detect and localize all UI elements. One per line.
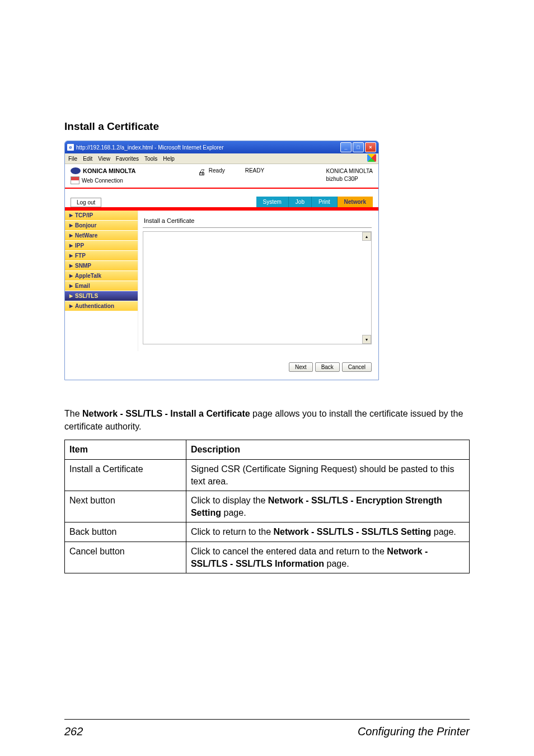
- minimize-button[interactable]: _: [340, 142, 352, 152]
- desc-text: page.: [431, 527, 456, 536]
- window-titlebar: e http://192.168.1.2/a_index.html - Micr…: [65, 141, 378, 153]
- logout-button[interactable]: Log out: [71, 198, 101, 207]
- sidebar-item-tcpip[interactable]: ▶TCP/IP: [65, 211, 138, 221]
- sidebar-item-appletalk[interactable]: ▶AppleTalk: [65, 271, 138, 281]
- device-brand: KONICA MINOLTA: [326, 167, 373, 175]
- menu-view[interactable]: View: [98, 156, 110, 162]
- sidebar-item-label: SNMP: [75, 263, 91, 269]
- chevron-right-icon: ▶: [69, 283, 73, 288]
- sidebar-item-label: AppleTalk: [75, 273, 101, 279]
- sidebar-item-ipp[interactable]: ▶IPP: [65, 241, 138, 251]
- description-table: Item Description Install a Certificate S…: [64, 440, 470, 573]
- status-label: Ready: [209, 167, 225, 174]
- brand-primary: KONICA MINOLTA: [71, 167, 136, 174]
- sidebar-item-label: IPP: [75, 242, 84, 249]
- sidebar-item-bonjour[interactable]: ▶Bonjour: [65, 221, 138, 231]
- sidebar-item-email[interactable]: ▶Email: [65, 281, 138, 291]
- paragraph-text: The: [64, 409, 82, 418]
- printer-icon: 🖨: [198, 167, 205, 176]
- section-title: Install a Certificate: [64, 120, 470, 133]
- table-cell-desc: Signed CSR (Certificate Signing Request)…: [186, 459, 469, 491]
- table-row: Install a Certificate Signed CSR (Certif…: [65, 459, 470, 491]
- chevron-right-icon: ▶: [69, 243, 73, 248]
- chevron-right-icon: ▶: [69, 273, 73, 278]
- scroll-down-button[interactable]: ▾: [362, 335, 371, 344]
- scroll-up-button[interactable]: ▴: [362, 232, 371, 241]
- ie-icon: e: [67, 144, 74, 151]
- sidebar-item-snmp[interactable]: ▶SNMP: [65, 261, 138, 271]
- brand-secondary-label: Web Connection: [82, 178, 123, 184]
- table-cell-item: Cancel button: [65, 542, 186, 573]
- sidebar-item-label: Email: [75, 283, 90, 289]
- status-value: READY: [245, 167, 264, 174]
- footer-title: Configuring the Printer: [358, 725, 470, 738]
- close-button[interactable]: ×: [365, 142, 376, 152]
- sidebar-item-label: FTP: [75, 253, 86, 259]
- sidebar-item-netware[interactable]: ▶NetWare: [65, 231, 138, 241]
- menu-edit[interactable]: Edit: [83, 156, 92, 162]
- sidebar-item-label: NetWare: [75, 232, 97, 239]
- table-header-item: Item: [65, 440, 186, 460]
- description-paragraph: The Network - SSL/TLS - Install a Certif…: [64, 407, 470, 433]
- sidebar-item-label: SSL/TLS: [75, 293, 98, 299]
- pagescope-icon: [71, 176, 79, 184]
- browser-menubar: File Edit View Favorites Tools Help: [65, 153, 378, 164]
- embedded-screenshot: e http://192.168.1.2/a_index.html - Micr…: [64, 141, 379, 380]
- table-cell-item: Install a Certificate: [65, 459, 186, 491]
- menu-tools[interactable]: Tools: [144, 156, 157, 162]
- desc-text: Click to cancel the entered data and ret…: [191, 547, 387, 556]
- desc-text: Click to return to the: [191, 527, 274, 536]
- device-model: bizhub C30P: [326, 175, 373, 183]
- table-row: Cancel button Click to cancel the entere…: [65, 542, 470, 573]
- table-header-row: Item Description: [65, 440, 470, 460]
- desc-text: page.: [324, 559, 349, 568]
- chevron-right-icon: ▶: [69, 263, 73, 268]
- desc-bold: Network - SSL/TLS - SSL/TLS Setting: [274, 527, 432, 536]
- menu-favorites[interactable]: Favorites: [116, 156, 139, 162]
- desc-text: page.: [221, 508, 246, 517]
- page-footer: 262 Configuring the Printer: [64, 719, 470, 738]
- certificate-textarea[interactable]: ▴ ▾: [143, 231, 372, 344]
- next-button[interactable]: Next: [289, 362, 313, 372]
- sidebar-item-authentication[interactable]: ▶Authentication: [65, 301, 138, 311]
- tab-network[interactable]: Network: [338, 197, 373, 207]
- menu-help[interactable]: Help: [163, 156, 175, 162]
- paragraph-bold: Network - SSL/TLS - Install a Certificat…: [82, 409, 250, 418]
- sidebar-item-label: Authentication: [75, 303, 114, 309]
- windows-flag-icon: [367, 154, 376, 162]
- brand-oval-icon: [71, 167, 81, 174]
- tab-print[interactable]: Print: [312, 197, 338, 207]
- chevron-right-icon: ▶: [69, 213, 73, 218]
- sidebar-item-ftp[interactable]: ▶FTP: [65, 251, 138, 261]
- menu-file[interactable]: File: [68, 156, 77, 162]
- table-row: Next button Click to display the Network…: [65, 491, 470, 522]
- page-number: 262: [64, 725, 83, 738]
- table-cell-desc: Click to return to the Network - SSL/TLS…: [186, 522, 469, 542]
- chevron-right-icon: ▶: [69, 233, 73, 238]
- sidebar: ▶TCP/IP ▶Bonjour ▶NetWare ▶IPP ▶FTP ▶SNM…: [65, 211, 138, 351]
- desc-text: Click to display the: [191, 496, 268, 505]
- table-header-description: Description: [186, 440, 469, 460]
- tab-job[interactable]: Job: [289, 197, 312, 207]
- window-title: http://192.168.1.2/a_index.html - Micros…: [76, 144, 223, 151]
- sidebar-item-label: TCP/IP: [75, 212, 93, 218]
- chevron-right-icon: ▶: [69, 304, 73, 309]
- table-cell-desc: Click to display the Network - SSL/TLS -…: [186, 491, 469, 522]
- tab-system[interactable]: System: [256, 197, 289, 207]
- sidebar-item-label: Bonjour: [75, 222, 96, 228]
- cancel-button[interactable]: Cancel: [342, 362, 372, 372]
- table-cell-item: Next button: [65, 491, 186, 522]
- maximize-button[interactable]: □: [353, 142, 364, 152]
- table-row: Back button Click to return to the Netwo…: [65, 522, 470, 542]
- chevron-right-icon: ▶: [69, 253, 73, 258]
- chevron-right-icon: ▶: [69, 293, 73, 298]
- pane-title: Install a Certificate: [143, 215, 372, 228]
- brand-primary-label: KONICA MINOLTA: [83, 167, 136, 174]
- chevron-right-icon: ▶: [69, 223, 73, 228]
- table-cell-desc: Click to cancel the entered data and ret…: [186, 542, 469, 573]
- table-cell-item: Back button: [65, 522, 186, 542]
- tab-row: System Job Print Network: [256, 197, 373, 207]
- sidebar-item-ssltls[interactable]: ▶SSL/TLS: [65, 291, 138, 301]
- back-button[interactable]: Back: [315, 362, 340, 372]
- brand-secondary: Web Connection: [71, 176, 136, 184]
